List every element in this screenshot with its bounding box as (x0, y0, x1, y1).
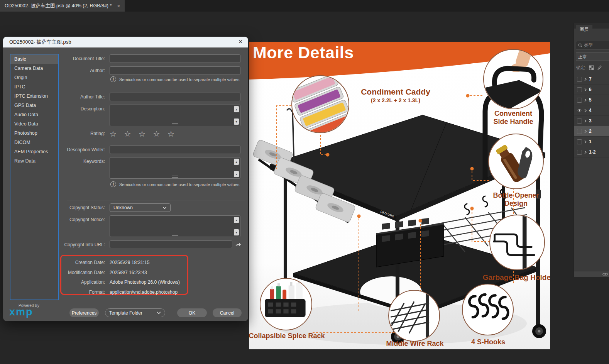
cancel-button[interactable]: Cancel (213, 308, 242, 317)
copyright-notice-textarea[interactable]: ▲ ▼ (110, 215, 240, 237)
callout-label-garbage-bag-holder: Garbage Bag Holder (473, 273, 550, 282)
callout-circle-garbage-bag-holder (489, 215, 545, 270)
layer-row[interactable]: 6 (574, 85, 609, 95)
tab-layers[interactable]: 图层 (576, 25, 592, 34)
layer-row[interactable]: 7 (574, 74, 609, 85)
scroll-up-icon[interactable]: ▲ (234, 106, 239, 112)
canvas-document[interactable]: LETEURE (249, 42, 550, 349)
layer-row[interactable]: 1-2 (574, 147, 609, 157)
keywords-note: i Semicolons or commas can be used to se… (110, 181, 239, 187)
chevron-right-icon[interactable] (584, 78, 587, 81)
sidebar-item-iptc[interactable]: IPTC (10, 82, 58, 91)
description-label: Description: (57, 105, 105, 113)
copyright-status-label: Copyright Status: (57, 203, 105, 212)
document-title-label: Document Title: (57, 54, 105, 63)
layer-row-selected[interactable]: 2 (574, 126, 609, 137)
layer-row[interactable]: 5 (574, 95, 609, 105)
dialog-title-bar[interactable]: OD250002- 披萨车主图.psb ✕ (3, 37, 248, 47)
visibility-toggle[interactable] (577, 119, 582, 124)
author-label: Author: (57, 66, 105, 75)
sidebar-item-origin[interactable]: Origin (10, 73, 58, 82)
sidebar-item-dicom[interactable]: DICOM (10, 138, 58, 147)
search-icon (578, 43, 582, 47)
author-input[interactable] (110, 66, 240, 75)
ok-button[interactable]: OK (177, 308, 207, 317)
rating-label: Rating: (57, 129, 105, 138)
canvas-heading: More Details (253, 43, 354, 62)
keywords-textarea[interactable]: ▲ ▼ (110, 157, 240, 179)
visibility-toggle[interactable] (577, 139, 582, 144)
close-icon[interactable]: ✕ (238, 39, 243, 45)
copyright-notice-label: Copyright Notice: (57, 215, 105, 224)
resize-grip[interactable] (172, 123, 178, 125)
callout-circle-condiment-caddy (291, 75, 349, 133)
scroll-down-icon[interactable]: ▼ (234, 171, 239, 177)
template-folder-dropdown[interactable]: Template Folder (105, 308, 165, 317)
chevron-right-icon[interactable] (584, 140, 587, 144)
blend-mode-value: 正常 (578, 54, 587, 60)
sidebar-item-video-data[interactable]: Video Data (10, 119, 58, 129)
chevron-right-icon[interactable] (584, 119, 587, 123)
callout-label-condiment-caddy: Condiment Caddy (347, 87, 444, 97)
callout-circle-bottle-opener (488, 134, 544, 189)
link-layers-icon[interactable] (602, 273, 608, 276)
tab-close-icon[interactable]: × (117, 3, 120, 9)
chevron-down-icon (162, 207, 167, 209)
layer-name: 5 (589, 97, 592, 103)
layer-name: 3 (589, 118, 592, 124)
sidebar-item-raw-data[interactable]: Raw Data (10, 156, 58, 166)
layer-filter-label: 类型 (584, 42, 593, 48)
chevron-down-icon (157, 312, 161, 314)
section-divider (67, 200, 245, 200)
visibility-toggle[interactable] (577, 87, 582, 92)
layer-name: 2 (589, 129, 592, 134)
chevron-right-icon[interactable] (584, 98, 587, 102)
resize-grip[interactable] (172, 176, 178, 178)
author-title-input[interactable] (110, 93, 240, 101)
scroll-down-icon[interactable]: ▼ (234, 119, 239, 125)
visibility-toggle[interactable] (577, 150, 582, 155)
go-to-url-arrow-icon[interactable] (235, 241, 242, 248)
info-icon: i (110, 181, 116, 187)
visibility-toggle[interactable] (577, 98, 582, 103)
document-tab[interactable]: OD250002- 披萨车主图.psb @ 40% (2, RGB/8#) * … (0, 0, 125, 12)
callout-circle-spice-rack (260, 278, 312, 330)
document-title-input[interactable] (110, 54, 240, 63)
lock-pixels-brush-icon[interactable] (597, 65, 602, 70)
rating-stars[interactable]: ☆ ☆ ☆ ☆ ☆ (110, 129, 177, 139)
layer-row[interactable]: 1 (574, 137, 609, 147)
preferences-button[interactable]: Preferences (69, 308, 99, 317)
sidebar-item-aem-properties[interactable]: AEM Properties (10, 147, 58, 156)
sidebar-item-camera-data[interactable]: Camera Data (10, 64, 58, 73)
copyright-info-url-input[interactable] (110, 240, 232, 248)
visibility-toggle[interactable] (577, 108, 582, 113)
layer-name: 6 (589, 87, 592, 92)
layer-row[interactable]: 3 (574, 116, 609, 126)
layers-panel: 图层 类型 正常 锁定: 7 6 (573, 23, 609, 277)
sidebar-item-photoshop[interactable]: Photoshop (10, 129, 58, 138)
copyright-status-dropdown[interactable]: Unknown (110, 203, 171, 212)
resize-grip[interactable] (172, 234, 178, 236)
chevron-right-icon[interactable] (584, 130, 587, 133)
chevron-right-icon[interactable] (584, 151, 587, 154)
sidebar-item-iptc-extension[interactable]: IPTC Extension (10, 91, 58, 101)
description-writer-input[interactable] (110, 146, 240, 154)
sidebar-item-audio-data[interactable]: Audio Data (10, 110, 58, 119)
layer-row[interactable]: 4 (574, 105, 609, 116)
visibility-toggle[interactable] (577, 129, 582, 134)
scroll-up-icon[interactable]: ▲ (234, 217, 239, 223)
sidebar-item-basic[interactable]: Basic (10, 54, 58, 64)
visibility-toggle[interactable] (577, 77, 582, 82)
lock-label: 锁定: (576, 65, 586, 71)
chevron-right-icon[interactable] (584, 88, 587, 91)
scroll-up-icon[interactable]: ▲ (234, 159, 239, 165)
scroll-down-icon[interactable]: ▼ (234, 229, 239, 235)
chevron-right-icon[interactable] (584, 109, 587, 112)
blend-mode-select[interactable]: 正常 (576, 52, 609, 61)
description-textarea[interactable]: ▲ ▼ (110, 105, 240, 126)
layer-name: 4 (589, 108, 592, 113)
sidebar-item-gps-data[interactable]: GPS Data (10, 101, 58, 110)
layer-filter-box[interactable]: 类型 (576, 41, 609, 49)
template-folder-label: Template Folder (109, 310, 142, 316)
lock-transparency-icon[interactable] (589, 65, 594, 70)
